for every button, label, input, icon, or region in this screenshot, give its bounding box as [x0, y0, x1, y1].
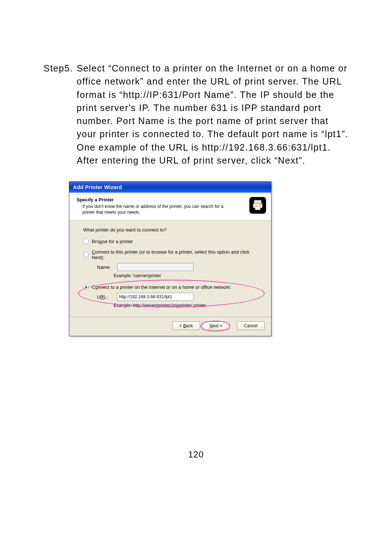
radio-connect-internet-printer[interactable]: Connect to a printer on the Internet or … — [83, 284, 262, 290]
svg-rect-3 — [260, 204, 261, 205]
printer-url-row: URL: — [97, 293, 262, 301]
radio-icon — [83, 252, 89, 258]
example-url: Example: http://server/printers/myprinte… — [114, 303, 262, 308]
page-number: 120 — [0, 450, 392, 460]
radio-icon-selected — [83, 284, 89, 290]
printer-url-input[interactable] — [117, 293, 193, 301]
wizard-header-description: If you don't know the name or address of… — [77, 204, 235, 215]
wizard-title: Add Printer Wizard — [73, 184, 122, 190]
radio-label: Connect to a printer on the Internet or … — [92, 284, 231, 290]
back-button[interactable]: < Back — [172, 321, 200, 330]
wizard-footer: < Back Next > Cancel — [69, 317, 271, 336]
radio-label: Browse for a printer — [92, 239, 133, 244]
url-label: URL: — [97, 294, 117, 300]
radio-connect-named-printer[interactable]: Connect to this printer (or to browse fo… — [83, 249, 262, 260]
wizard-body: What printer do you want to connect to? … — [69, 221, 271, 317]
example-unc: Example: \\server\printer — [114, 273, 262, 278]
next-button[interactable]: Next > — [202, 321, 230, 330]
printer-icon — [249, 197, 266, 214]
radio-icon — [83, 238, 89, 244]
wizard-header-title: Specify a Printer — [77, 197, 249, 202]
document-page: Step5. Select “Connect to a printer on t… — [0, 0, 392, 554]
svg-rect-0 — [254, 200, 261, 204]
printer-name-input — [117, 263, 193, 271]
wizard-header: Specify a Printer If you don't know the … — [69, 193, 271, 221]
step-label: Step5. — [44, 62, 77, 167]
radio-label: Connect to this printer (or to browse fo… — [92, 249, 262, 260]
step-body: Select “Connect to a printer on the Inte… — [77, 62, 348, 167]
cancel-button[interactable]: Cancel — [237, 321, 265, 330]
add-printer-wizard-dialog: Add Printer Wizard Specify a Printer If … — [69, 181, 271, 336]
radio-browse-printer[interactable]: Browse for a printer — [83, 238, 262, 244]
printer-name-row: Name: — [97, 263, 262, 271]
wizard-question: What printer do you want to connect to? — [83, 227, 262, 233]
step-instruction: Step5. Select “Connect to a printer on t… — [44, 62, 348, 167]
svg-rect-2 — [255, 206, 260, 210]
name-label: Name: — [97, 264, 117, 270]
wizard-titlebar: Add Printer Wizard — [69, 182, 271, 193]
